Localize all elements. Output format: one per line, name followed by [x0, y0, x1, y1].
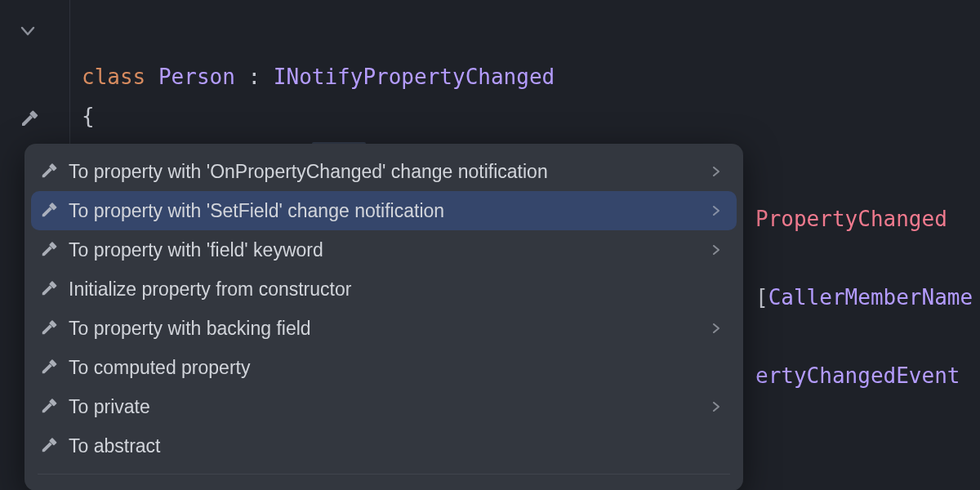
colon: :	[235, 65, 274, 89]
hammer-icon	[38, 395, 60, 418]
hammer-icon	[38, 199, 60, 222]
hammer-icon	[38, 160, 60, 183]
quick-action-item[interactable]: To property with 'SetField' change notif…	[31, 191, 737, 230]
quick-action-label: To property with 'SetField' change notif…	[69, 200, 709, 222]
popup-separator	[38, 474, 730, 474]
quick-action-item[interactable]: To computed property	[24, 348, 743, 387]
hammer-icon	[38, 278, 60, 301]
quick-action-label: To computed property	[69, 357, 724, 379]
quick-actions-popup: To property with 'OnPropertyChanged' cha…	[24, 144, 743, 490]
fold-caret-icon[interactable]	[16, 20, 42, 46]
chevron-right-icon	[709, 243, 724, 257]
quick-action-label: To private	[69, 396, 709, 418]
quick-action-item[interactable]: Initialize property from constructor	[24, 270, 743, 309]
quick-action-item[interactable]: To property with backing field	[24, 309, 743, 348]
quick-action-label: To property with backing field	[69, 318, 709, 340]
quick-action-item[interactable]: To abstract	[24, 426, 743, 466]
hammer-icon	[38, 317, 60, 340]
quick-action-label: To abstract	[69, 435, 724, 457]
quick-action-item[interactable]: To private	[24, 387, 743, 426]
hammer-gutter-icon[interactable]	[16, 106, 42, 132]
quick-action-item[interactable]: To property with 'field' keyword	[24, 230, 743, 270]
hammer-icon	[38, 434, 60, 457]
open-brace: {	[82, 104, 95, 128]
chevron-right-icon	[709, 203, 724, 218]
quick-action-item[interactable]: To property with 'OnPropertyChanged' cha…	[24, 152, 743, 191]
code-fragment-behind: PropertyChanged	[755, 199, 947, 238]
chevron-right-icon	[709, 164, 724, 179]
chevron-right-icon	[709, 399, 724, 414]
hammer-icon	[38, 238, 60, 261]
class-name: Person	[158, 65, 235, 89]
quick-action-label: Initialize property from constructor	[69, 278, 724, 301]
quick-action-label: To property with 'field' keyword	[69, 239, 709, 261]
interface-name: INotifyPropertyChanged	[274, 65, 555, 89]
keyword-class: class	[82, 65, 145, 89]
code-fragment-behind: ertyChangedEvent	[755, 356, 960, 395]
hammer-icon	[38, 356, 60, 379]
quick-action-label: To property with 'OnPropertyChanged' cha…	[69, 161, 709, 183]
chevron-right-icon	[709, 321, 724, 336]
code-fragment-behind: [CallerMemberName	[755, 278, 973, 317]
